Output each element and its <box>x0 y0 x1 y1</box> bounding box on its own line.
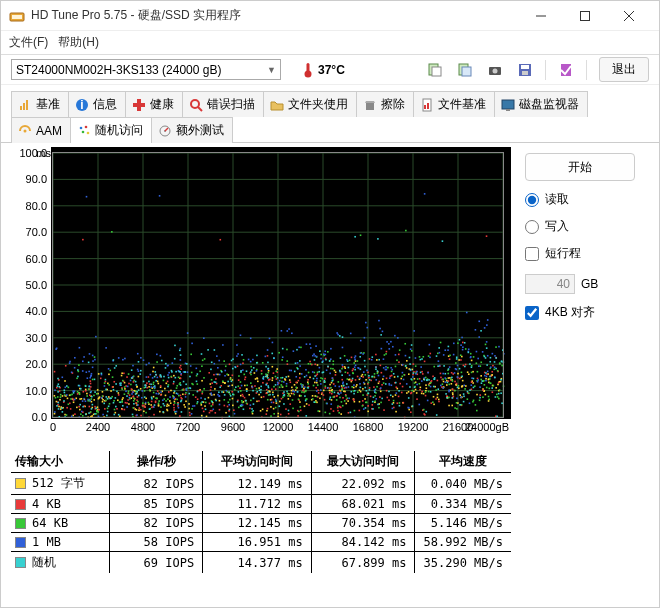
options-button[interactable] <box>554 58 578 82</box>
series-swatch <box>15 518 26 529</box>
toolbar: ST24000NM002H-3KS133 (24000 gB) ▼ 37°C 退… <box>1 55 659 85</box>
tab-文件基准[interactable]: 文件基准 <box>413 91 495 117</box>
minimize-button[interactable] <box>519 2 563 30</box>
tab-基准[interactable]: 基准 <box>11 91 69 117</box>
table-row: 512 字节82 IOPS12.149 ms22.092 ms0.040 MB/… <box>11 473 511 495</box>
svg-rect-1 <box>12 15 22 19</box>
temperature-value: 37°C <box>318 63 345 77</box>
tab-icon <box>270 98 284 112</box>
series-swatch <box>15 537 26 548</box>
tab-label: 信息 <box>93 96 117 113</box>
tab-label: 磁盘监视器 <box>519 96 579 113</box>
series-swatch <box>15 557 26 568</box>
write-radio[interactable]: 写入 <box>525 218 641 235</box>
svg-point-36 <box>87 131 90 134</box>
tab-label: 健康 <box>150 96 174 113</box>
svg-point-32 <box>24 129 27 132</box>
tab-随机访问[interactable]: 随机访问 <box>70 117 152 143</box>
tab-label: 随机访问 <box>95 122 143 139</box>
svg-rect-24 <box>133 103 145 107</box>
svg-rect-29 <box>427 103 429 109</box>
menu-help[interactable]: 帮助(H) <box>58 34 99 51</box>
table-row: 1 MB58 IOPS16.951 ms84.142 ms58.992 MB/s <box>11 533 511 552</box>
save-button[interactable] <box>513 58 537 82</box>
short-stroke-input <box>525 274 575 294</box>
tab-label: AAM <box>36 124 62 138</box>
tab-icon <box>363 98 377 112</box>
svg-text:i: i <box>80 98 83 112</box>
svg-rect-28 <box>424 105 426 109</box>
copy-screenshot-button[interactable] <box>453 58 477 82</box>
tab-额外测试[interactable]: 额外测试 <box>151 117 233 143</box>
tab-icon <box>132 98 146 112</box>
start-button[interactable]: 开始 <box>525 153 635 181</box>
tab-擦除[interactable]: 擦除 <box>356 91 414 117</box>
table-row: 64 KB82 IOPS12.145 ms70.354 ms5.146 MB/s <box>11 514 511 533</box>
svg-point-25 <box>191 100 199 108</box>
read-radio[interactable]: 读取 <box>525 191 641 208</box>
side-panel: 开始 读取 写入 短行程 GB 4KB 对齐 <box>511 147 641 437</box>
svg-rect-19 <box>23 103 25 110</box>
table-row: 随机69 IOPS14.377 ms67.899 ms35.290 MB/s <box>11 552 511 574</box>
svg-rect-7 <box>307 63 310 73</box>
col-header: 最大访问时间 <box>311 451 415 473</box>
maximize-button[interactable] <box>563 2 607 30</box>
svg-line-39 <box>165 128 168 131</box>
tab-错误扫描[interactable]: 错误扫描 <box>182 91 264 117</box>
tab-文件夹使用[interactable]: 文件夹使用 <box>263 91 357 117</box>
close-button[interactable] <box>607 2 651 30</box>
tab-label: 额外测试 <box>176 122 224 139</box>
col-header: 平均速度 <box>415 451 511 473</box>
menu-bar: 文件(F) 帮助(H) <box>1 31 659 55</box>
series-swatch <box>15 499 26 510</box>
gb-label: GB <box>581 277 598 291</box>
screenshot-button[interactable] <box>483 58 507 82</box>
app-icon <box>9 8 25 24</box>
svg-rect-31 <box>506 109 510 111</box>
access-time-chart <box>11 147 511 437</box>
tab-icon <box>18 124 32 138</box>
drive-select-text: ST24000NM002H-3KS133 (24000 gB) <box>16 63 221 77</box>
exit-button[interactable]: 退出 <box>599 57 649 82</box>
svg-rect-11 <box>462 67 471 76</box>
col-header: 操作/秒 <box>110 451 203 473</box>
menu-file[interactable]: 文件(F) <box>9 34 48 51</box>
tab-健康[interactable]: 健康 <box>125 91 183 117</box>
svg-point-13 <box>493 68 498 73</box>
svg-rect-18 <box>20 106 22 110</box>
window-title: HD Tune Pro 5.75 - 硬盘/SSD 实用程序 <box>31 7 519 24</box>
tab-磁盘监视器[interactable]: 磁盘监视器 <box>494 91 588 117</box>
tab-icon <box>18 98 32 112</box>
results-table: 传输大小操作/秒平均访问时间最大访问时间平均速度 512 字节82 IOPS12… <box>11 451 511 573</box>
svg-rect-9 <box>432 67 441 76</box>
copy-info-button[interactable] <box>423 58 447 82</box>
drive-select[interactable]: ST24000NM002H-3KS133 (24000 gB) ▼ <box>11 59 281 80</box>
svg-rect-16 <box>522 71 528 75</box>
tab-icon <box>158 124 172 138</box>
svg-line-26 <box>198 107 202 111</box>
tab-label: 擦除 <box>381 96 405 113</box>
svg-point-35 <box>82 130 85 133</box>
temperature-display: 37°C <box>301 62 345 78</box>
svg-rect-3 <box>581 11 590 20</box>
series-swatch <box>15 478 26 489</box>
tab-icon <box>189 98 203 112</box>
thermometer-icon <box>301 62 315 78</box>
svg-rect-15 <box>521 65 529 69</box>
svg-rect-30 <box>502 100 514 109</box>
tab-label: 文件夹使用 <box>288 96 348 113</box>
short-stroke-check[interactable]: 短行程 <box>525 245 641 262</box>
tab-label: 错误扫描 <box>207 96 255 113</box>
svg-point-33 <box>80 126 83 129</box>
table-row: 4 KB85 IOPS11.712 ms68.021 ms0.334 MB/s <box>11 495 511 514</box>
tab-AAM[interactable]: AAM <box>11 117 71 143</box>
tab-label: 文件基准 <box>438 96 486 113</box>
tab-label: 基准 <box>36 96 60 113</box>
title-bar: HD Tune Pro 5.75 - 硬盘/SSD 实用程序 <box>1 1 659 31</box>
svg-rect-20 <box>26 100 28 110</box>
tab-icon <box>420 98 434 112</box>
tab-信息[interactable]: i信息 <box>68 91 126 117</box>
tab-icon <box>77 124 91 138</box>
4kb-align-check[interactable]: 4KB 对齐 <box>525 304 641 321</box>
svg-point-34 <box>85 125 88 128</box>
